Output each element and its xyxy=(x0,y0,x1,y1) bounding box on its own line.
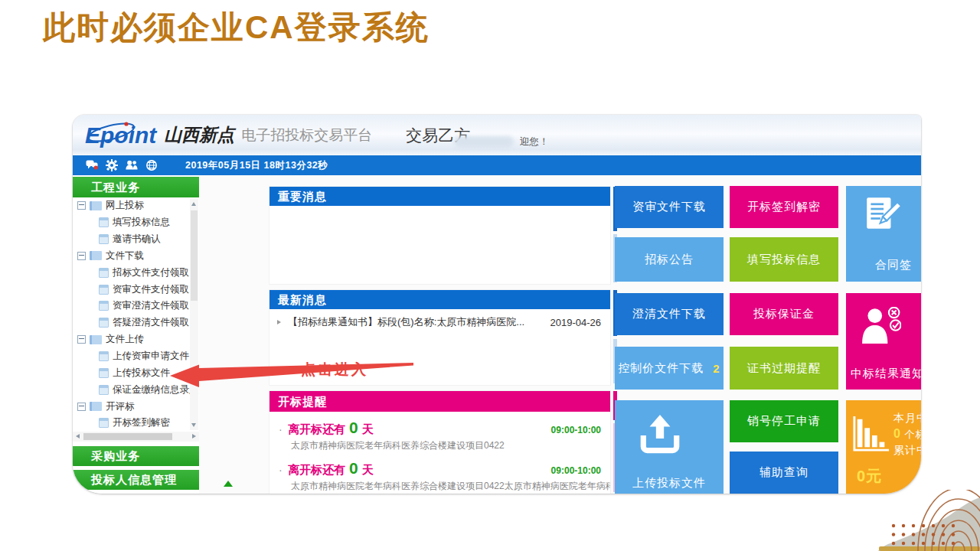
tile-bid-bond[interactable]: 投标保证金 xyxy=(730,293,838,335)
datetime-display: 2019年05月15日 18时13分32秒 xyxy=(185,159,328,172)
sidebar: 工程业务 网上投标 填写投标信息 邀请书确认 文件下载 招标文件支付领取 资审文… xyxy=(73,175,199,494)
stats-count: 0 xyxy=(893,427,901,440)
tree-item-label: 资审文件支付领取 xyxy=(113,283,189,296)
collapse-icon[interactable] xyxy=(77,252,86,260)
tile-auxiliary-query[interactable]: 辅助查询 xyxy=(730,452,838,494)
brand-name: 山西新点 xyxy=(164,123,234,147)
epoint-logo-text: Epoint xyxy=(85,122,156,148)
welcome-area: 迎您！ xyxy=(454,135,549,148)
collapse-icon[interactable] xyxy=(77,335,86,344)
tree-item-label: 上传资审申请文件 xyxy=(113,350,189,363)
tile-fill-bid-info[interactable]: 填写投标信息 xyxy=(730,237,838,282)
collapse-icon[interactable] xyxy=(77,403,86,411)
dot-grid-icon xyxy=(892,524,955,545)
tile-contract-sign[interactable]: 合同签 xyxy=(846,186,921,282)
tree-item-label: 填写投标信息 xyxy=(113,216,170,229)
collapse-icon[interactable] xyxy=(77,201,86,210)
tree-item-label: 答疑澄清文件领取 xyxy=(113,316,189,329)
panel-important-messages: 重要消息 xyxy=(269,186,611,285)
tree-item-tender-file-pay[interactable]: 招标文件支付领取 xyxy=(73,264,199,281)
stats-amount: 0元 xyxy=(857,466,882,487)
globe-icon[interactable] xyxy=(145,159,158,171)
tile-control-price-file-download[interactable]: 控制价文件下载 2 xyxy=(615,347,724,390)
tile-bid-opening-signin-decrypt[interactable]: 开标签到解密 xyxy=(730,186,838,228)
reminder-item[interactable]: · 离开标还有 0 天 09:00-10:00 xyxy=(270,412,610,437)
scrollbar-thumb[interactable] xyxy=(83,433,172,440)
reminder-time: 09:00-10:00 xyxy=(551,465,601,476)
tile-monthly-stats[interactable]: 本月中 0 个标 累计中 0元 xyxy=(846,400,921,494)
tile-label: 招标公告 xyxy=(645,253,694,267)
reminder-project: 太原市精神病医院老年病科医养综合楼建设项目0422 xyxy=(270,437,610,452)
tile-award-result-notice[interactable]: 中标结果通知 xyxy=(846,293,921,390)
chat-icon[interactable] xyxy=(86,159,98,171)
tile-label: 控制价文件下载 xyxy=(618,361,704,376)
welcome-text: 迎您！ xyxy=(520,135,549,148)
tile-cancellation-stop-apply[interactable]: 销号停工申请 xyxy=(730,400,838,442)
folder-icon xyxy=(90,335,102,344)
gear-icon[interactable] xyxy=(106,159,118,171)
reminder-time: 09:00-10:00 xyxy=(551,425,601,435)
panel-bid-opening-reminder: 开标提醒 · 离开标还有 0 天 09:00-10:00 太原市精神病医院老年病… xyxy=(269,390,611,494)
stats-unit: 个标 xyxy=(905,429,921,440)
folder-icon xyxy=(90,201,102,210)
tile-label: 证书过期提醒 xyxy=(747,361,821,376)
reminder-item[interactable]: · 离开标还有 0 天 09:00-10:00 xyxy=(270,452,610,478)
reminder-project: 太原市精神病医院老年病科医养综合楼建设项目0422太原市精神病医院老年病科医养综… xyxy=(270,478,610,493)
tree-item-online-bidding[interactable]: 网上投标 xyxy=(73,197,199,214)
person-status-icon xyxy=(860,307,901,344)
contract-icon xyxy=(863,195,901,233)
scroll-up-icon[interactable] xyxy=(191,202,196,206)
tile-tender-announcement[interactable]: 招标公告 xyxy=(615,237,724,282)
tree-item-fill-bid-info[interactable]: 填写投标信息 xyxy=(73,214,199,231)
scroll-right-icon[interactable] xyxy=(192,434,196,439)
sidebar-section-bidder-info[interactable]: 投标人信息管理 xyxy=(73,470,199,490)
tile-certificate-expiry-reminder[interactable]: 证书过期提醒 xyxy=(730,347,838,390)
tree-item-label: 开评标 xyxy=(106,400,135,413)
tree-item-file-download[interactable]: 文件下载 xyxy=(73,248,199,265)
app-window: Epoint 山西新点 电子招投标交易平台 交易乙方 迎您！ xyxy=(73,115,921,494)
count-badge: 2 xyxy=(713,362,720,375)
folder-icon xyxy=(90,402,102,411)
tree-item-bid-opening-eval[interactable]: 开评标 xyxy=(73,398,199,415)
sidebar-section-engineering[interactable]: 工程业务 xyxy=(73,177,199,197)
tile-label: 中标结果通知 xyxy=(851,367,921,381)
tree-item-invitation-confirm[interactable]: 邀请书确认 xyxy=(73,231,199,248)
tree-item-prequal-file-pay[interactable]: 资审文件支付领取 xyxy=(73,281,199,298)
tile-label: 澄清文件下载 xyxy=(632,307,706,321)
tree-item-label: 上传投标文件 xyxy=(113,367,170,380)
epoint-logo: Epoint xyxy=(85,122,161,148)
tile-label: 资审文件下载 xyxy=(632,200,706,214)
panel-title: 开标提醒 xyxy=(270,391,610,412)
bullet-arrow-icon xyxy=(277,320,281,324)
tile-label: 合同签 xyxy=(875,258,912,272)
stats-line1: 本月中 xyxy=(893,412,921,425)
doc-icon xyxy=(99,285,109,295)
tree-item-label: 网上投标 xyxy=(106,199,144,212)
scroll-left-icon[interactable] xyxy=(76,434,80,439)
reminder-prefix: 离开标还有 xyxy=(288,463,345,478)
tree-item-qa-clarify-get[interactable]: 答疑澄清文件领取 xyxy=(73,315,199,331)
folder-icon xyxy=(90,251,102,260)
reminder-days: 0 xyxy=(349,459,358,478)
tree-item-label: 保证金缴纳信息录入 xyxy=(113,383,199,396)
tree-item-upload-prequal-file[interactable]: 上传资审申请文件 xyxy=(73,348,199,365)
scroll-down-icon[interactable] xyxy=(191,423,196,427)
stats-line2: 累计中 xyxy=(893,444,921,458)
news-item[interactable]: 【招标结果通知书】标段(包)名称:太原市精神病医院... 2019-04-26 xyxy=(270,309,610,329)
tile-qualification-file-download[interactable]: 资审文件下载 xyxy=(615,186,724,228)
tree-item-upload-bid-file[interactable]: 上传投标文件 xyxy=(73,364,199,381)
tree-item-prequal-clarify-get[interactable]: 资审澄清文件领取 xyxy=(73,298,199,315)
vertical-scrollbar[interactable] xyxy=(190,199,198,430)
tree-item-label: 文件下载 xyxy=(106,249,144,262)
tree-item-signin-decrypt[interactable]: 开标签到解密 xyxy=(73,415,199,432)
tree-item-bond-info-entry[interactable]: 保证金缴纳信息录入 xyxy=(73,381,199,398)
tile-upload-bid-file[interactable]: 上传投标文件 xyxy=(615,400,724,494)
users-icon[interactable] xyxy=(126,159,138,171)
tile-clarification-file-download[interactable]: 澄清文件下载 xyxy=(615,293,724,335)
scrollbar-thumb[interactable] xyxy=(191,210,198,301)
sidebar-section-procurement[interactable]: 采购业务 xyxy=(73,446,199,466)
doc-icon xyxy=(99,418,109,428)
horizontal-scrollbar[interactable] xyxy=(73,432,199,442)
tree-item-label: 招标文件支付领取 xyxy=(113,266,189,279)
tree-item-file-upload[interactable]: 文件上传 xyxy=(73,331,199,348)
